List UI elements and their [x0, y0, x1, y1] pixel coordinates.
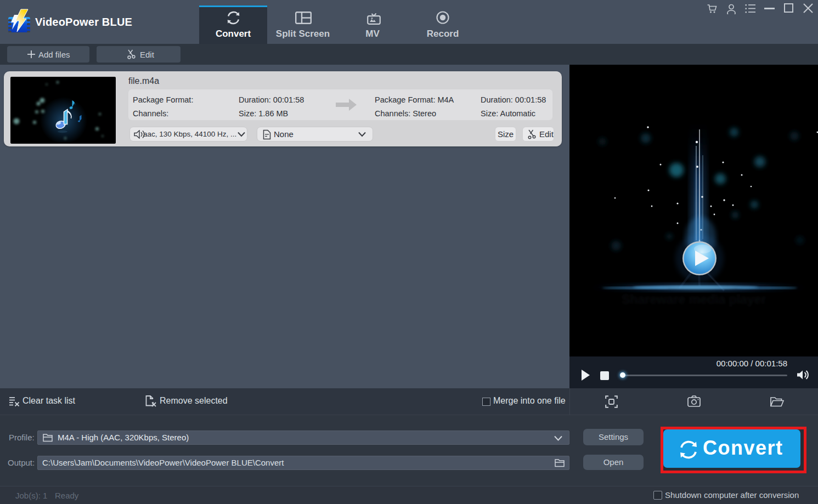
svg-text:Shareware media player: Shareware media player — [622, 292, 766, 307]
